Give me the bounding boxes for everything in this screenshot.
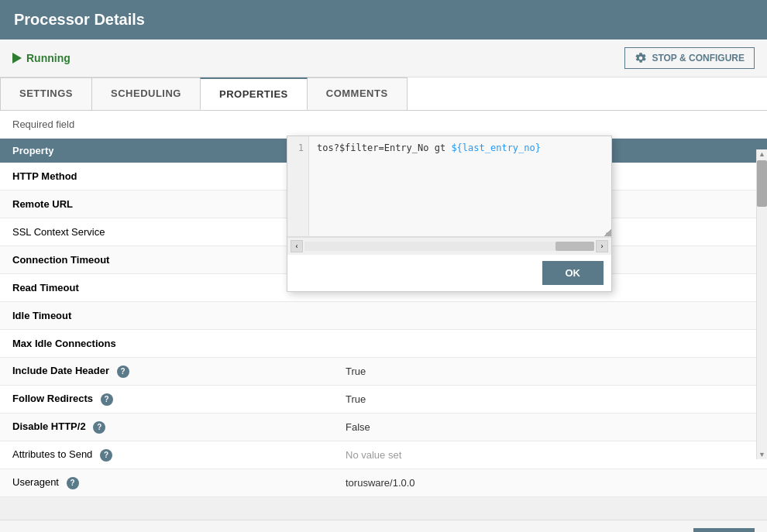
scroll-left-button[interactable]: ‹ [291,240,303,252]
table-row: Disable HTTP/2 ? False [0,414,767,441]
required-field-label: Required field [0,111,767,139]
help-icon[interactable]: ? [67,477,79,489]
tab-settings[interactable]: SETTINGS [0,77,92,110]
value-cell: torusware/1.0.0 [333,471,744,495]
table-row: Include Date Header ? True [0,358,767,386]
value-cell: False [333,415,744,439]
value-cell: True [333,359,744,383]
stop-configure-label: STOP & CONFIGURE [652,53,745,63]
running-status: Running [12,52,71,64]
bottom-bar: OK [0,520,767,532]
gear-icon [635,52,647,64]
value-cell [333,310,744,322]
value-cell [333,338,744,350]
property-cell: Remote URL [0,192,333,216]
title-bar: Processor Details [0,0,767,39]
resize-handle[interactable] [604,228,611,236]
horizontal-scrollbar[interactable]: ‹ › [287,237,611,255]
property-cell: Max Idle Connections [0,331,333,355]
tabs-container: SETTINGS SCHEDULING PROPERTIES COMMENTS [0,77,767,111]
property-cell: SSL Context Service [0,220,333,244]
popup-footer: OK [287,255,611,291]
property-cell: Useragent ? [0,470,333,496]
status-label: Running [26,52,71,64]
table-row: Follow Redirects ? True [0,386,767,414]
table-row: Attributes to Send ? No value set [0,441,767,469]
tab-scheduling[interactable]: SCHEDULING [91,77,201,110]
scroll-thumb-horizontal[interactable] [555,242,594,251]
property-cell: HTTP Method [0,164,333,188]
property-cell: Disable HTTP/2 ? [0,414,333,440]
code-prefix: tos?$filter=Entry_No gt [317,142,451,153]
help-icon[interactable]: ? [117,366,129,378]
value-cell: No value set [333,443,744,467]
code-variable: ${last_entry_no} [451,142,541,153]
content-area: Required field Property Value HTTP Metho… [0,111,767,532]
property-cell: Follow Redirects ? [0,386,333,412]
stop-configure-button[interactable]: STOP & CONFIGURE [624,47,755,69]
property-cell: Attributes to Send ? [0,442,333,468]
play-icon [12,53,22,63]
scroll-track[interactable] [304,242,594,251]
property-cell: Include Date Header ? [0,359,333,384]
scroll-right-button[interactable]: › [596,240,608,252]
code-content[interactable]: tos?$filter=Entry_No gt ${last_entry_no} [309,136,611,236]
scroll-thumb[interactable] [757,160,767,207]
help-icon[interactable]: ? [93,421,105,434]
page-title: Processor Details [14,11,145,28]
property-cell: Idle Timeout [0,304,333,328]
table-row: Idle Timeout [0,302,767,330]
code-editor: 1 tos?$filter=Entry_No gt ${last_entry_n… [287,136,611,237]
property-cell: Read Timeout [0,276,333,300]
popup-ok-button[interactable]: OK [542,261,604,285]
scroll-header-spacer [731,145,755,156]
status-bar: Running STOP & CONFIGURE [0,39,767,77]
table-row: Useragent ? torusware/1.0.0 [0,469,767,497]
line-numbers: 1 [287,136,309,236]
table-row: Max Idle Connections [0,330,767,358]
property-cell: Connection Timeout [0,248,333,272]
tab-comments[interactable]: COMMENTS [307,77,408,110]
bottom-ok-button[interactable]: OK [693,528,755,532]
value-cell: True [333,387,744,411]
tab-properties[interactable]: PROPERTIES [200,77,308,110]
value-editor-popup: 1 tos?$filter=Entry_No gt ${last_entry_n… [287,136,612,292]
help-icon[interactable]: ? [100,449,112,462]
vertical-scrollbar[interactable]: ▲ ▼ [756,149,767,459]
help-icon[interactable]: ? [101,393,113,406]
